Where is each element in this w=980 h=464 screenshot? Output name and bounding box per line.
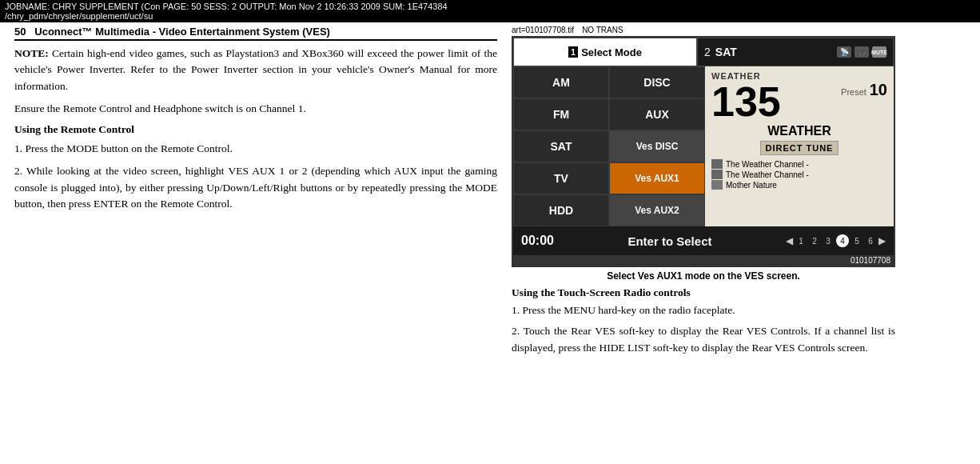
art-trans: NO TRANS [582,26,623,34]
ves-screen: 1 Select Mode 2 SAT 📡 🎧 MUTE [512,36,895,267]
channel-icon-3 [711,180,723,190]
page-title: Uconnect™ Multimedia - Video Entertainme… [34,26,330,38]
preset-label: Preset [841,87,866,97]
nav-next-arrow[interactable]: ▶ [878,235,886,246]
channel-item-3: Mother Nature [711,180,887,190]
mode-select-btn[interactable]: 1 Select Mode [513,38,697,66]
page-3[interactable]: 3 [823,235,834,246]
channel-text-2: The Weather Channel - [726,170,809,179]
direct-tune-btn[interactable]: DIRECT TUNE [760,141,839,155]
page-numbers: ◀ 1 2 3 4 5 6 ▶ [786,234,886,247]
ves-bottom-bar: 00:00 Enter to Select ◀ 1 2 3 4 5 6 ▶ [513,226,894,255]
channel-list: The Weather Channel - The Weather Channe… [711,159,887,190]
tv-btn[interactable]: TV [513,162,609,194]
channel-icon-2 [711,170,723,179]
mode-btn-label: Select Mode [581,46,642,58]
am-btn[interactable]: AM [513,66,609,98]
body-text-1: Ensure the Remote Control and Headphone … [14,101,497,117]
note-block: NOTE: Certain high-end video games, such… [14,46,497,94]
preset-area: Preset 10 [841,81,887,99]
hdd-btn[interactable]: HDD [513,194,609,226]
sat-icons: 📡 🎧 MUTE [837,46,886,58]
art-number: 010107708 [513,255,894,266]
channel-icon-1 [711,159,723,169]
sat-panel[interactable]: 2 SAT 📡 🎧 MUTE [697,38,894,66]
section2-item1: 1. Press the MENU hard-key on the radio … [512,302,895,318]
channel-text-1: The Weather Channel - [726,160,809,169]
ves-aux2-btn[interactable]: Ves AUX2 [609,194,705,226]
channel-text-3: Mother Nature [726,181,777,190]
ves-disc-btn[interactable]: Ves DISC [609,130,705,162]
section1-item2: 2. While looking at the video screen, hi… [14,163,497,212]
btn-row-1: AM DISC [513,66,705,98]
content-area: 50 Uconnect™ Multimedia - Video Entertai… [0,22,980,361]
ves-screen-wrapper: 1 Select Mode 2 SAT 📡 🎧 MUTE [512,36,895,356]
page-5[interactable]: 5 [851,235,862,246]
page-wrapper: JOBNAME: CHRY SUPPLEMENT (Con PAGE: 50 S… [0,0,980,464]
headphone-icon: 🎧 [855,46,869,58]
channel-item-1: The Weather Channel - [711,159,887,169]
aux-btn[interactable]: AUX [609,98,705,130]
section2-item2: 2. Touch the Rear VES soft-key to displa… [512,323,895,356]
page-1[interactable]: 1 [795,235,807,246]
header-line2: /chry_pdm/chrysler/supplement/uct/su [5,11,153,21]
channel-item-2: The Weather Channel - [711,170,887,179]
page-number: 50 [14,26,26,38]
mute-icon: MUTE [872,46,886,58]
btn-row-5: HDD Ves AUX2 [513,194,705,226]
fm-btn[interactable]: FM [513,98,609,130]
ves-main-grid: AM DISC FM AUX SAT Ves DISC [513,66,894,226]
preset-number: 10 [870,81,887,98]
sat-btn-label: SAT [715,46,737,58]
btn-row-3: SAT Ves DISC [513,130,705,162]
header-bar: JOBNAME: CHRY SUPPLEMENT (Con PAGE: 50 S… [0,0,980,22]
page-4-active[interactable]: 4 [836,234,849,247]
ves-info-panel: WEATHER 135 Preset 10 WEATHER DIRECT TUN… [705,66,894,226]
channel-number: 135 [711,81,781,122]
sat-btn[interactable]: SAT [513,130,609,162]
page-heading: 50 Uconnect™ Multimedia - Video Entertai… [14,26,497,41]
note-text: Certain high-end video games, such as Pl… [14,47,497,92]
enter-select-label: Enter to Select [627,234,711,248]
sat-btn-num: 2 [704,46,711,58]
mode-btn-num: 1 [568,46,578,58]
disc-btn[interactable]: DISC [609,66,705,98]
ves-top-bar: 1 Select Mode 2 SAT 📡 🎧 MUTE [513,38,894,66]
art-filename: art=010107708.tif [512,26,574,34]
left-column: 50 Uconnect™ Multimedia - Video Entertai… [0,26,512,361]
page-2[interactable]: 2 [809,235,820,246]
note-label: NOTE: [14,47,49,59]
ves-aux1-btn[interactable]: Ves AUX1 [609,162,705,194]
page-6[interactable]: 6 [865,235,876,246]
btn-row-4: TV Ves AUX1 [513,162,705,194]
ves-time: 00:00 [521,234,554,248]
header-line1: JOBNAME: CHRY SUPPLEMENT (Con PAGE: 50 S… [5,2,448,11]
antenna-icon: 📡 [837,46,851,58]
nav-prev-arrow[interactable]: ◀ [786,235,793,246]
right-column: art=010107708.tif NO TRANS 1 Select Mode… [512,26,980,361]
section1-heading: Using the Remote Control [14,123,497,136]
ves-left-buttons: AM DISC FM AUX SAT Ves DISC [513,66,705,226]
caption: Select Ves AUX1 mode on the VES screen. [512,270,895,282]
section1-item1: 1. Press the MODE button on the Remote C… [14,141,497,157]
art-label: art=010107708.tif NO TRANS [512,26,972,34]
btn-row-2: FM AUX [513,98,705,130]
section2-heading: Using the Touch-Screen Radio controls [512,286,895,299]
weather-title: WEATHER [711,124,887,138]
